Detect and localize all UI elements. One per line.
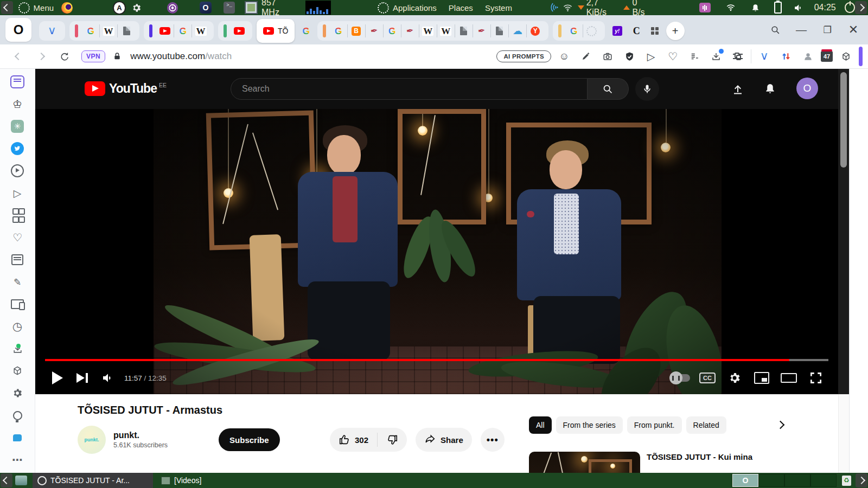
- sidebar-player-icon[interactable]: [7, 162, 28, 179]
- search-box[interactable]: [231, 78, 588, 100]
- sidebar-downloads-icon[interactable]: [7, 340, 28, 357]
- notifications-button[interactable]: [764, 82, 776, 95]
- browser-tab[interactable]: W: [99, 24, 117, 37]
- sidebar-speed-dial-icon[interactable]: [7, 207, 28, 224]
- control-center-gear-icon[interactable]: [128, 0, 145, 16]
- url-field[interactable]: www.youtube.com/watch: [130, 51, 232, 62]
- browser-tab[interactable]: ☁: [508, 24, 526, 37]
- send-to-device-icon[interactable]: ▷: [642, 48, 660, 65]
- search-input[interactable]: [241, 84, 554, 94]
- snapshot-camera-icon[interactable]: [599, 48, 616, 65]
- browser-tab[interactable]: G: [299, 21, 312, 41]
- tab-group[interactable]: GW: [69, 21, 139, 41]
- active-tab[interactable]: TÕ: [257, 19, 295, 43]
- dislike-button[interactable]: [378, 434, 407, 446]
- new-tab-button[interactable]: +: [666, 22, 685, 40]
- system-monitor-applet[interactable]: [305, 1, 331, 15]
- extension-cube-icon[interactable]: [837, 48, 854, 65]
- video-footage[interactable]: [154, 109, 722, 394]
- workspace-1[interactable]: O: [732, 474, 758, 487]
- window-close-button[interactable]: ✕: [844, 21, 863, 39]
- play-button[interactable]: [45, 365, 70, 391]
- adblock-shield-icon[interactable]: [621, 48, 638, 65]
- browser-tab[interactable]: G: [82, 24, 99, 37]
- account-avatar[interactable]: O: [796, 78, 818, 99]
- browser-tab[interactable]: W: [437, 24, 455, 37]
- sidebar-twitter-icon[interactable]: [7, 140, 28, 157]
- theater-mode-button[interactable]: [776, 365, 801, 391]
- opera-menu-button[interactable]: O: [5, 18, 31, 42]
- nav-forward-button[interactable]: [33, 48, 50, 65]
- lock-icon[interactable]: [108, 48, 126, 65]
- reading-list-icon[interactable]: [686, 48, 703, 65]
- sidebar-history-icon[interactable]: ◷: [7, 318, 28, 335]
- sidebar-chat-icon[interactable]: [7, 429, 28, 446]
- video-player[interactable]: 11:57 / 12:35 CC: [35, 109, 838, 394]
- subscribe-button[interactable]: Subscribe: [219, 428, 280, 451]
- sidebar-pinboards-icon[interactable]: ♔: [7, 95, 28, 113]
- reload-button[interactable]: [55, 48, 73, 65]
- sidebar-settings-icon[interactable]: [7, 384, 28, 402]
- terminal-launcher-icon[interactable]: >_: [224, 2, 235, 14]
- browser-tab[interactable]: [648, 21, 662, 41]
- browser-tab[interactable]: C: [630, 21, 643, 41]
- sidebar-my-flow-icon[interactable]: [7, 296, 28, 313]
- window-list-icon[interactable]: [15, 476, 27, 485]
- browser-tab[interactable]: W: [192, 24, 209, 37]
- search-button[interactable]: [588, 78, 629, 100]
- miniplayer-button[interactable]: [749, 365, 774, 391]
- fullscreen-button[interactable]: [803, 365, 828, 391]
- voice-search-button[interactable]: [635, 77, 659, 101]
- channel-name[interactable]: punkt.: [113, 431, 168, 440]
- chips-scroll-right-button[interactable]: [777, 420, 783, 430]
- browser-tab[interactable]: W: [419, 24, 437, 37]
- more-actions-button[interactable]: •••: [481, 428, 505, 452]
- audio-mixer-tray-icon[interactable]: [699, 3, 711, 12]
- tab-group[interactable]: [218, 21, 252, 41]
- power-icon[interactable]: [845, 2, 856, 13]
- workspace-2[interactable]: [758, 474, 784, 487]
- window-restore-button[interactable]: ❐: [818, 21, 837, 39]
- browser-tab[interactable]: ✒: [473, 24, 490, 37]
- ai-writer-pen-icon[interactable]: [577, 48, 595, 65]
- browser-tab[interactable]: ✒: [401, 24, 419, 37]
- bookmark-heart-icon[interactable]: ♡: [664, 48, 681, 65]
- channel-avatar[interactable]: punkt.: [78, 426, 106, 454]
- browser-tab[interactable]: G: [565, 24, 583, 37]
- browser-tab[interactable]: [583, 24, 601, 37]
- notifications-bell-icon[interactable]: [747, 0, 764, 16]
- browser-tab[interactable]: ✒: [365, 24, 383, 37]
- chip-from-the-series[interactable]: From the series: [556, 416, 623, 434]
- page-scrollbar-thumb[interactable]: [840, 72, 847, 168]
- chip-from-punkt-[interactable]: From punkt.: [627, 416, 682, 434]
- smiley-reaction-icon[interactable]: ☺: [556, 48, 573, 65]
- browser-tab[interactable]: B: [347, 24, 365, 37]
- chip-all[interactable]: All: [529, 416, 552, 434]
- sidebar-extensions-icon[interactable]: [7, 362, 28, 380]
- tab-group[interactable]: GW: [144, 21, 214, 41]
- menubar-applications[interactable]: Applications: [378, 2, 437, 14]
- vpn-badge[interactable]: VPN: [81, 50, 105, 62]
- related-video-item[interactable]: TÕSISED JUTUT - Kui mina: [529, 452, 838, 473]
- volume-tray-icon[interactable]: [789, 0, 806, 16]
- panel-collapse-left-button[interactable]: [1, 1, 13, 14]
- radio-waves-icon[interactable]: [546, 0, 563, 16]
- network-tray-icon[interactable]: [723, 0, 739, 16]
- sidebar-messenger-icon[interactable]: ▷: [7, 184, 28, 202]
- battery-icon[interactable]: [774, 2, 782, 14]
- extension-counter-badge[interactable]: 47: [821, 51, 833, 62]
- taskbar-task-opera[interactable]: TÕSISED JUTUT - Ar...: [33, 473, 153, 488]
- browser-tab[interactable]: [231, 24, 248, 37]
- mate-menu-button[interactable]: Menu: [15, 2, 58, 14]
- window-minimize-button[interactable]: —: [792, 21, 810, 39]
- sidebar-compose-icon[interactable]: ✎: [7, 273, 28, 291]
- taskbar-task-videos[interactable]: [Videos]: [156, 473, 206, 488]
- next-button[interactable]: [70, 365, 95, 391]
- sidebar-more-icon[interactable]: ⋯: [7, 451, 28, 468]
- autoplay-toggle[interactable]: [668, 365, 693, 391]
- menubar-places[interactable]: Places: [449, 3, 473, 12]
- browser-tab[interactable]: G: [174, 24, 192, 37]
- tab-group[interactable]: G: [553, 21, 605, 41]
- extension-person-icon[interactable]: [799, 48, 816, 65]
- page-scrollbar-track-lower[interactable]: [838, 394, 849, 473]
